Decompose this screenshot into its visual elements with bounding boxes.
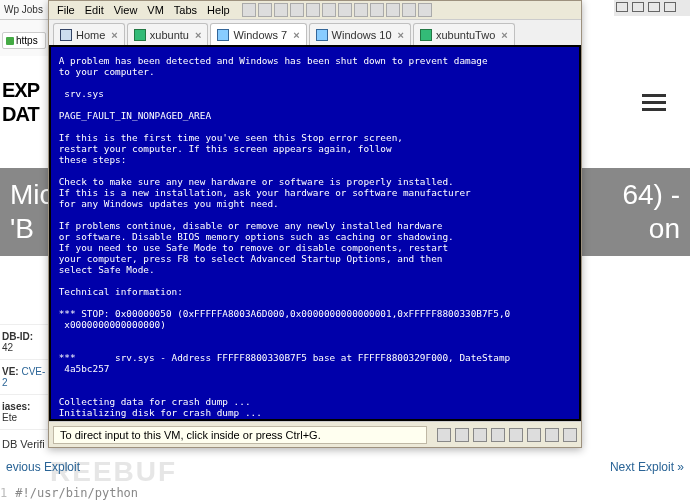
- vm-input-hint: To direct input to this VM, click inside…: [53, 426, 427, 444]
- toolbar-icon[interactable]: [370, 3, 384, 17]
- title-fragment-left2: 'B: [10, 212, 34, 246]
- aliases-value: Ete: [2, 412, 17, 423]
- bookmark-wp-jobs[interactable]: Wp Jobs: [0, 0, 48, 20]
- address-bar-fragment[interactable]: https: [2, 32, 46, 49]
- unity-icon[interactable]: [354, 3, 368, 17]
- menu-help[interactable]: Help: [203, 3, 234, 17]
- tab-windows-7[interactable]: Windows 7 ×: [210, 23, 306, 45]
- vmware-statusbar: To direct input to this VM, click inside…: [49, 421, 581, 447]
- vm-icon: [420, 29, 432, 41]
- code-text: #!/usr/bin/python: [15, 486, 138, 500]
- site-logo-fragment: EXP DAT: [0, 78, 48, 138]
- net-icon[interactable]: [491, 428, 505, 442]
- toolbar-icon[interactable]: [418, 3, 432, 17]
- tab-windows-10[interactable]: Windows 10 ×: [309, 23, 411, 45]
- power-on-icon[interactable]: [242, 3, 256, 17]
- hd-icon[interactable]: [437, 428, 451, 442]
- title-fragment-left1: Mic: [10, 178, 54, 212]
- tab-label: Windows 7: [233, 29, 287, 41]
- next-exploit-link[interactable]: Next Exploit »: [610, 460, 684, 474]
- bsod-text: A problem has been detected and Windows …: [51, 47, 579, 419]
- close-icon[interactable]: ×: [398, 29, 404, 41]
- line-number: 1: [0, 486, 7, 500]
- edb-id-label: DB-ID:: [2, 331, 33, 342]
- vmware-menubar: File Edit View VM Tabs Help: [49, 1, 581, 19]
- tab-label: xubuntuTwo: [436, 29, 495, 41]
- tab-xubuntu[interactable]: xubuntu ×: [127, 23, 209, 45]
- edb-verified-label: DB Verifi: [0, 429, 48, 458]
- reset-icon[interactable]: [290, 3, 304, 17]
- snapshot-indicator-icon[interactable]: [563, 428, 577, 442]
- toolbar-icon[interactable]: [386, 3, 400, 17]
- close-icon[interactable]: ×: [195, 29, 201, 41]
- vmware-window: File Edit View VM Tabs Help Home ×: [48, 0, 582, 448]
- menu-file[interactable]: File: [53, 3, 79, 17]
- toolbar-icon[interactable]: [648, 2, 660, 12]
- code-line: 1 #!/usr/bin/python: [0, 486, 138, 500]
- vmware-tabbar: Home × xubuntu × Windows 7 × Windows 10 …: [49, 19, 581, 45]
- tab-home[interactable]: Home ×: [53, 23, 125, 45]
- hamburger-menu-icon[interactable]: [642, 94, 666, 111]
- cd-icon[interactable]: [455, 428, 469, 442]
- toolbar-icon[interactable]: [616, 2, 628, 12]
- aliases-label: iases:: [2, 401, 30, 412]
- close-icon[interactable]: ×: [111, 29, 117, 41]
- menu-view[interactable]: View: [110, 3, 142, 17]
- vm-icon: [134, 29, 146, 41]
- suspend-icon[interactable]: [258, 3, 272, 17]
- cve-label: VE:: [2, 366, 19, 377]
- power-off-icon[interactable]: [274, 3, 288, 17]
- vm-guest-screen[interactable]: A problem has been detected and Windows …: [49, 45, 581, 421]
- tab-label: xubuntu: [150, 29, 189, 41]
- menu-edit[interactable]: Edit: [81, 3, 108, 17]
- floppy-icon[interactable]: [473, 428, 487, 442]
- menu-vm[interactable]: VM: [143, 3, 168, 17]
- url-scheme: https: [16, 35, 38, 46]
- tab-xubuntu-two[interactable]: xubuntuTwo ×: [413, 23, 515, 45]
- usb-icon[interactable]: [509, 428, 523, 442]
- tab-label: Windows 10: [332, 29, 392, 41]
- browser-header-fragment: Wp Jobs https: [0, 0, 48, 56]
- sound-icon[interactable]: [527, 428, 541, 442]
- snapshot-manager-icon[interactable]: [322, 3, 336, 17]
- previous-exploit-link[interactable]: evious Exploit: [6, 460, 80, 474]
- tab-label: Home: [76, 29, 105, 41]
- browser-toolbar-fragment: [614, 0, 690, 16]
- close-icon[interactable]: ×: [293, 29, 299, 41]
- home-icon: [60, 29, 72, 41]
- toolbar-icon[interactable]: [402, 3, 416, 17]
- windows-icon: [316, 29, 328, 41]
- menu-tabs[interactable]: Tabs: [170, 3, 201, 17]
- title-fragment-right1: 64) -: [622, 178, 680, 212]
- edb-id-value: 42: [2, 342, 13, 353]
- lock-icon: [6, 37, 14, 45]
- printer-icon[interactable]: [545, 428, 559, 442]
- toolbar-icon[interactable]: [664, 2, 676, 12]
- exploit-meta: DB-ID: 42 VE: CVE-2 iases: Ete DB Verifi: [0, 324, 48, 458]
- toolbar-icon[interactable]: [632, 2, 644, 12]
- snapshot-icon[interactable]: [306, 3, 320, 17]
- windows-icon: [217, 29, 229, 41]
- close-icon[interactable]: ×: [501, 29, 507, 41]
- title-fragment-right2: on: [649, 212, 680, 246]
- exploit-nav: evious Exploit Next Exploit »: [0, 460, 690, 474]
- fullscreen-icon[interactable]: [338, 3, 352, 17]
